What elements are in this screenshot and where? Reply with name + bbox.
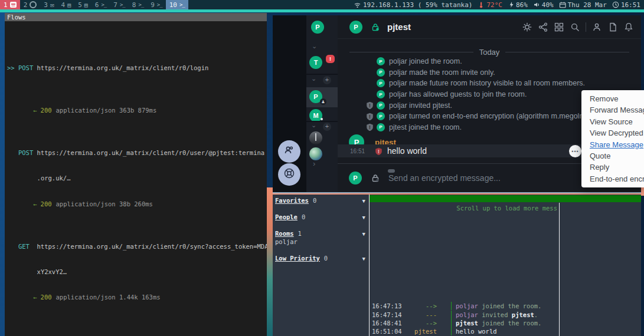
buffer-section-header[interactable]: Rooms1 ▼ [273,229,369,238]
response-arrow: ← [33,200,37,207]
chevron-down-icon[interactable]: ⌄ [312,42,317,50]
log-segment: joined the room. [478,319,541,327]
files-icon[interactable] [607,22,618,32]
workspace-button[interactable]: 8 [129,0,147,9]
svg-text:!: ! [369,124,371,130]
message-options-button[interactable]: ••• [569,145,581,157]
notifications-icon[interactable] [623,22,634,32]
scrollback-notice: Scroll up to load more mess [370,204,557,212]
context-menu-item[interactable]: End-to-end encry [581,173,644,185]
context-menu-item[interactable]: View Source [581,116,644,127]
workspace-button[interactable]: 2 [20,0,41,9]
collapse-triangle-icon[interactable]: ▼ [362,255,365,263]
event-text: poljar has allowed guests to join the ro… [389,90,527,98]
members-icon[interactable] [591,22,602,32]
section-label: Low Priority [275,255,320,262]
workspace-button[interactable]: 7 [110,0,128,9]
log-segment: hello world [456,328,497,335]
collapse-triangle-icon[interactable]: ▼ [362,197,365,205]
buffer-section-header[interactable]: People0 ▼ [273,213,369,221]
community-members-button[interactable] [278,140,300,163]
apps-icon[interactable] [554,22,564,32]
composer-lock-icon [371,173,380,183]
event-text: pjtest joined the room. [389,123,462,131]
message-input[interactable] [387,173,537,183]
direct-chat-badge: ♟ [320,98,326,105]
event-text: poljar made future room history visible … [389,79,585,87]
search-icon[interactable] [570,22,580,32]
unencrypted-shield-icon: ! [366,123,374,131]
collapse-triangle-icon[interactable]: ▼ [362,213,365,222]
flow-entry[interactable]: >>POSThttps://termina.org.uk/_matrix/cli… [7,47,267,131]
add-room-button[interactable]: + [323,123,331,131]
log-segment: pjtest [456,319,478,327]
flow-url-continuation: xY2xvY2… [7,268,267,276]
workspace-button[interactable]: 3 [40,0,57,9]
room-header-actions [522,22,641,32]
svg-text:!: ! [378,148,380,154]
workspace-button[interactable]: 1 [0,0,20,9]
workspace-button[interactable]: 9 [147,0,165,9]
add-room-button[interactable]: + [323,76,331,84]
workspace-button[interactable]: 6 [91,0,110,9]
chevron-right-icon[interactable]: › [313,159,315,168]
buffer-section: People0 ▼ [273,213,369,221]
flow-entry[interactable]: GEThttps://termina.org.uk/_matrix/client… [7,225,267,318]
workspace-number: 1 [4,1,8,9]
room-avatar-earth[interactable] [309,147,322,160]
chat-log: 16:47:13 --> poljar joined the room. 16:… [370,302,641,335]
date-divider-label: Today [479,48,500,57]
flow-response-line: ←200application/json 363b 879ms [7,106,267,114]
workspace-button[interactable]: 5 [74,0,91,9]
chat-log-line: 16:51:04 pjtest hello world [370,327,641,335]
buffer-section-header[interactable]: Favorites0 ▼ [273,196,369,205]
flow-list: >>POSThttps://termina.org.uk/_matrix/cli… [5,21,267,336]
flow-method: GET [18,242,37,251]
volume-status[interactable]: 40% [533,1,554,9]
flow-entry[interactable]: POSThttps://termina.org.uk/_matrix/clien… [7,131,267,225]
flow-url: https://termina.org.uk/_matrix/client/r0… [37,243,267,250]
room-avatar-t[interactable]: T [309,56,322,69]
workspace-button[interactable]: 4 [58,0,75,9]
prefix-separator-bar [451,302,452,310]
composer-hint-pill [388,169,395,173]
unencrypted-shield-icon: ! [366,101,374,109]
collapse-triangle-icon[interactable]: ▼ [362,230,365,238]
mitmproxy-window: Flows >>POSThttps://termina.org.uk/_matr… [5,13,267,336]
log-segment: . [534,311,538,318]
flow-url: https://termina.org.uk/_matrix/client/r0… [37,64,209,71]
user-avatar[interactable]: P [311,21,324,34]
context-menu-item[interactable]: Forward Message [581,104,644,116]
log-timestamp: 16:51:04 [370,327,403,335]
settings-icon[interactable] [522,22,532,32]
workspace-icon [84,2,88,8]
prefix-separator-bar [451,319,452,327]
context-menu-item[interactable]: Quote [581,150,644,162]
context-menu-item[interactable]: View Decrypted S [581,127,644,139]
room-avatar-m[interactable]: M [309,109,322,122]
buffer-item[interactable]: poljar [273,238,369,246]
context-menu-item[interactable]: Share Message [581,139,644,150]
prefix-separator-bar [451,327,452,335]
room-header-avatar[interactable]: P [349,21,362,34]
chevron-down-icon[interactable]: ⌄ [311,75,316,83]
share-icon[interactable] [538,22,548,32]
workspace-button[interactable]: 10 [166,0,188,9]
prefix-separator-bar [451,311,452,319]
chevron-down-icon[interactable]: ⌄ [311,121,316,129]
community-bar [273,15,306,192]
room-avatar-tower[interactable] [309,131,322,144]
workspace-number: 5 [78,1,82,9]
context-menu-item[interactable]: Reply [581,162,644,173]
event-avatar: P [377,79,385,87]
flow-entry[interactable]: POSThttps://termina.org.uk/_matrix/clien… [7,318,267,336]
thermometer-icon [478,1,485,8]
status-area: 192.168.1.133 ( 59% tatanka) 72°C 86% 40… [354,1,644,9]
log-segment: pjtest [512,311,534,318]
workspace-number: 9 [151,1,155,9]
section-count: 0 [302,213,305,220]
flow-url-continuation: .org.uk/… [7,174,267,182]
buffer-section-header[interactable]: Low Priority0 ▼ [273,254,369,262]
context-menu-item[interactable]: Remove [581,93,644,104]
explore-button[interactable] [278,163,300,186]
